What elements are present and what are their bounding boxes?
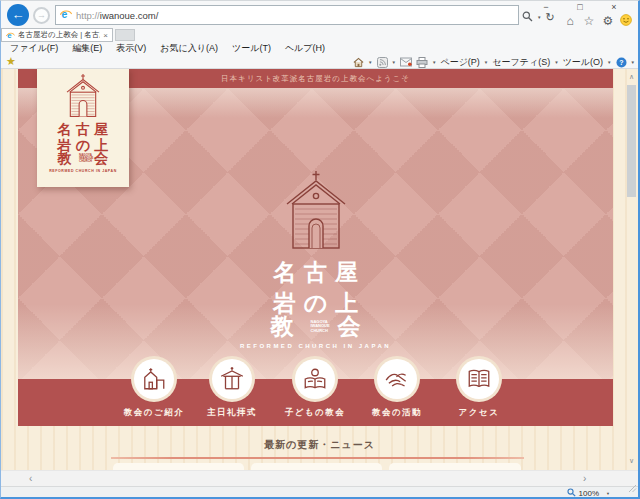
children-church-icon[interactable] bbox=[295, 359, 335, 399]
card-logo-line3-right: 会 bbox=[94, 152, 113, 166]
scroll-down-icon[interactable]: ∨ bbox=[625, 455, 638, 467]
help-caret-icon[interactable]: ▼ bbox=[631, 60, 635, 65]
menu-help[interactable]: ヘルプ(H) bbox=[278, 42, 332, 55]
hero-logo: 名古屋 岩の上 教 NAGOYA IWANOUE CHURCH 会 REFORM… bbox=[18, 171, 613, 349]
nav-label[interactable]: 教会の活動 bbox=[352, 407, 442, 419]
window-controls: − □ × bbox=[529, 1, 631, 15]
logo-line1: 名古屋 bbox=[18, 261, 613, 284]
safety-caret-icon[interactable]: ▼ bbox=[554, 60, 558, 65]
nav-access[interactable]: アクセス bbox=[434, 359, 524, 419]
sunday-worship-icon[interactable] bbox=[212, 359, 252, 399]
print-icon[interactable] bbox=[416, 57, 428, 68]
minimize-button[interactable]: − bbox=[529, 1, 563, 15]
resize-grip[interactable] bbox=[628, 479, 637, 497]
command-home-caret-icon[interactable]: ▼ bbox=[368, 60, 372, 65]
scroll-right-icon[interactable]: › bbox=[583, 471, 586, 486]
logo-line3-right: 会 bbox=[338, 315, 369, 338]
svg-text:e: e bbox=[62, 8, 68, 20]
menu-tools[interactable]: ツール(T) bbox=[225, 42, 278, 55]
page-caret-icon[interactable]: ▼ bbox=[484, 60, 488, 65]
forward-button[interactable]: → bbox=[33, 7, 50, 24]
feed-icon[interactable] bbox=[377, 57, 388, 68]
nav-sunday-worship[interactable]: 主日礼拝式 bbox=[187, 359, 277, 419]
menu-favorites[interactable]: お気に入り(A) bbox=[153, 42, 225, 55]
card-logo-mini: NAGOYA IWANOUE CHURCH bbox=[77, 154, 93, 164]
menu-bar: ファイル(F) 編集(E) 表示(V) お気に入り(A) ツール(T) ヘルプ(… bbox=[3, 42, 332, 55]
close-button[interactable]: × bbox=[597, 1, 631, 15]
feed-caret-icon[interactable]: ▼ bbox=[392, 60, 396, 65]
forward-icon: → bbox=[37, 10, 46, 20]
zoom-magnifier-icon bbox=[567, 488, 576, 499]
horizontal-scrollbar[interactable]: ‹ › bbox=[1, 470, 638, 486]
news-card[interactable] bbox=[251, 463, 382, 470]
scroll-left-icon[interactable]: ‹ bbox=[29, 471, 32, 486]
tab-close-icon[interactable]: × bbox=[103, 31, 108, 40]
tab-title: 名古屋岩の上教会 | 名古屋... bbox=[18, 30, 100, 40]
vertical-scrollbar-thumb[interactable] bbox=[627, 85, 636, 197]
access-map-icon[interactable] bbox=[459, 359, 499, 399]
svg-text:?: ? bbox=[619, 59, 623, 66]
maximize-button[interactable]: □ bbox=[563, 1, 597, 15]
card-church-icon bbox=[65, 103, 101, 120]
ie-favicon: e bbox=[60, 6, 72, 24]
scroll-up-icon[interactable]: ∧ bbox=[625, 71, 638, 83]
page-viewport: 日本キリスト改革派名古屋岩の上教会へようこそ bbox=[1, 69, 638, 470]
command-bar: ▼ ▼ ▼ ページ(P) ▼ セーフティ(S) ▼ ツール(O) ▼ ? ▼ bbox=[353, 55, 635, 69]
new-tab-button[interactable] bbox=[115, 29, 135, 41]
zoom-level: 100% bbox=[579, 489, 599, 498]
svg-text:e: e bbox=[7, 31, 12, 40]
nav-children-church[interactable]: 子どもの教会 bbox=[270, 359, 360, 419]
logo-line3-left: 教 bbox=[271, 315, 302, 338]
gear-icon[interactable]: ⚙ bbox=[601, 14, 615, 28]
nav-label[interactable]: 子どもの教会 bbox=[270, 407, 360, 419]
command-page[interactable]: ページ(P) bbox=[440, 56, 479, 69]
news-heading: 最新の更新・ニュース bbox=[1, 438, 638, 452]
address-bar[interactable]: e http://iwanoue.com/ bbox=[55, 5, 519, 25]
nav-church-activities[interactable]: 教会の活動 bbox=[352, 359, 442, 419]
tab-iwanoue[interactable]: e 名古屋岩の上教会 | 名古屋... × bbox=[1, 28, 113, 42]
print-caret-icon[interactable]: ▼ bbox=[432, 60, 436, 65]
church-intro-icon[interactable] bbox=[134, 359, 174, 399]
church-activities-icon[interactable] bbox=[377, 359, 417, 399]
browser-window: ← → e http://iwanoue.com/ ▼ ↻ ⌂ ☆ ⚙ − □ bbox=[0, 0, 640, 499]
back-button[interactable]: ← bbox=[7, 4, 29, 26]
card-logo-line3-left: 教 bbox=[58, 152, 77, 166]
news-card[interactable] bbox=[389, 463, 521, 470]
zoom-caret-icon[interactable]: ▼ bbox=[606, 491, 610, 496]
url-text: http://iwanoue.com/ bbox=[76, 10, 158, 21]
url-scheme: http:// bbox=[76, 10, 100, 21]
zoom-control[interactable]: 100% ▼ bbox=[567, 488, 610, 499]
command-tools[interactable]: ツール(O) bbox=[563, 56, 603, 69]
url-domain: iwanoue.com/ bbox=[100, 10, 159, 21]
logo-caption: REFORMED CHURCH IN JAPAN bbox=[18, 343, 613, 349]
menu-edit[interactable]: 編集(E) bbox=[65, 42, 109, 55]
news-divider bbox=[111, 457, 524, 459]
tab-bar: e 名古屋岩の上教会 | 名古屋... × bbox=[1, 28, 638, 42]
read-mail-icon[interactable] bbox=[400, 57, 412, 67]
help-icon[interactable]: ? bbox=[616, 57, 627, 68]
status-bar: 100% ▼ bbox=[1, 486, 638, 497]
search-dropdown-icon[interactable]: ▼ bbox=[537, 15, 541, 20]
command-safety[interactable]: セーフティ(S) bbox=[492, 56, 550, 69]
site-logo-card[interactable]: 名古屋 岩の上 教 NAGOYA IWANOUE CHURCH 会 REFORM… bbox=[37, 69, 129, 187]
favorites-star-icon[interactable]: ☆ bbox=[582, 14, 596, 28]
nav-label[interactable]: 主日礼拝式 bbox=[187, 407, 277, 419]
tools-caret-icon[interactable]: ▼ bbox=[607, 60, 611, 65]
news-card[interactable] bbox=[113, 463, 244, 470]
nav-label[interactable]: 教会のご紹介 bbox=[109, 407, 199, 419]
logo-mini-text: NAGOYA IWANOUE CHURCH bbox=[305, 320, 335, 334]
card-logo-line3: 教 NAGOYA IWANOUE CHURCH 会 bbox=[37, 152, 129, 166]
logo-line2: 岩の上 bbox=[18, 292, 613, 315]
browser-chrome: ← → e http://iwanoue.com/ ▼ ↻ ⌂ ☆ ⚙ − □ bbox=[1, 1, 638, 69]
favorites-bar-star-icon[interactable]: ★ bbox=[6, 55, 16, 68]
church-illustration-icon bbox=[283, 235, 349, 252]
nav-church-intro[interactable]: 教会のご紹介 bbox=[109, 359, 199, 419]
menu-file[interactable]: ファイル(F) bbox=[3, 42, 65, 55]
home-icon[interactable]: ⌂ bbox=[563, 14, 577, 28]
card-logo-caption: REFORMED CHURCH IN JAPAN bbox=[37, 169, 129, 173]
command-home-icon[interactable] bbox=[353, 57, 364, 68]
back-icon: ← bbox=[12, 7, 25, 22]
nav-label[interactable]: アクセス bbox=[434, 407, 524, 419]
card-logo-line2: 岩の上 bbox=[37, 139, 129, 153]
menu-view[interactable]: 表示(V) bbox=[109, 42, 153, 55]
